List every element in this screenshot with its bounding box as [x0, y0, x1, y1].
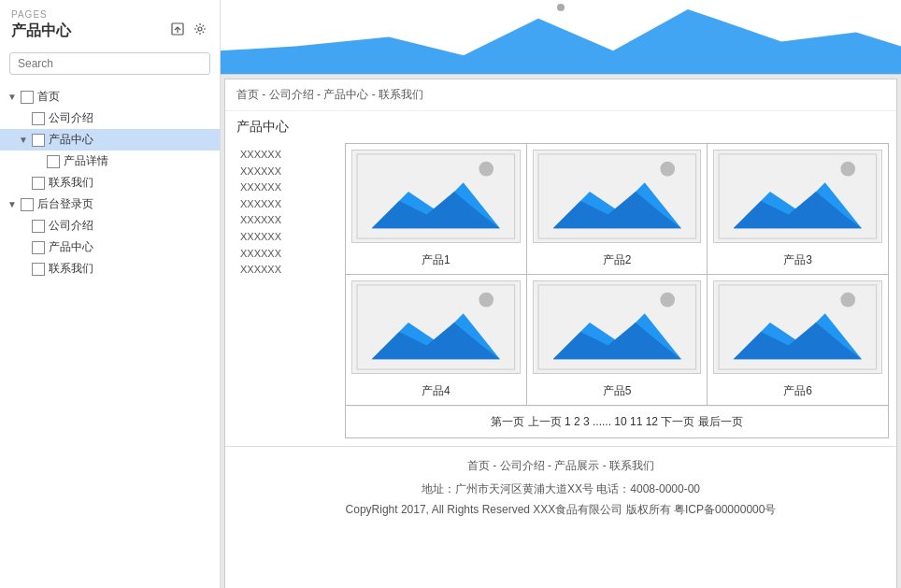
- desc-line: XXXXXX: [240, 179, 337, 196]
- sidebar-tree: ▼ 首页 公司介绍 ▼ 产品中心 产品详情 联系我们: [0, 82, 220, 588]
- desc-line: XXXXXX: [240, 262, 337, 279]
- page-content-area: 首页 - 公司介绍 - 产品中心 - 联系我们 产品中心 XXXXXX XXXX…: [221, 75, 901, 588]
- product-name-5: 产品5: [595, 380, 639, 405]
- product-grid: 产品1: [345, 143, 889, 438]
- sidebar-item-label: 联系我们: [49, 261, 93, 277]
- svg-point-13: [660, 162, 675, 177]
- product-cell-2[interactable]: 产品2: [527, 144, 708, 274]
- desc-line: XXXXXX: [240, 212, 337, 229]
- product-cell-3[interactable]: 产品3: [708, 144, 888, 274]
- page-icon: [32, 263, 45, 276]
- product-grid-area: XXXXXX XXXXXX XXXXXX XXXXXX XXXXXX XXXXX…: [225, 143, 896, 446]
- product-image-2: [533, 150, 702, 243]
- sidebar-item-label: 首页: [37, 89, 60, 105]
- breadcrumb: 首页 - 公司介绍 - 产品中心 - 联系我们: [225, 79, 896, 111]
- svg-point-18: [841, 162, 856, 177]
- page-icon: [47, 155, 60, 168]
- settings-button[interactable]: [192, 21, 208, 40]
- product-description: XXXXXX XXXXXX XXXXXX XXXXXX XXXXXX XXXXX…: [233, 143, 345, 438]
- desc-line: XXXXXX: [240, 147, 337, 164]
- product-row: 产品4: [346, 275, 888, 406]
- page-icon: [32, 220, 45, 233]
- address-line: 地址：广州市天河区黄浦大道XX号 电话：4008-0000-00: [236, 480, 885, 500]
- page-icon: [32, 177, 45, 190]
- desc-line: XXXXXX: [240, 196, 337, 213]
- sidebar-item-backend-contact[interactable]: 联系我们: [0, 258, 220, 280]
- sidebar-item-label: 公司介绍: [49, 218, 93, 234]
- svg-point-8: [479, 162, 493, 177]
- desc-line: XXXXXX: [240, 164, 337, 180]
- product-image-4: [351, 280, 521, 374]
- sidebar-item-backend-company[interactable]: 公司介绍: [0, 215, 220, 237]
- svg-point-5: [557, 4, 565, 11]
- sidebar-item-label: 后台登录页: [37, 196, 93, 212]
- desc-line: XXXXXX: [240, 229, 337, 246]
- sidebar-item-label: 产品中心: [49, 132, 93, 148]
- sidebar-title: 产品中心: [11, 22, 71, 41]
- product-image-1: [351, 150, 521, 243]
- site-footer: 首页 - 公司介绍 - 产品展示 - 联系我们 地址：广州市天河区黄浦大道XX号…: [225, 446, 896, 531]
- svg-point-28: [660, 293, 675, 308]
- arrow-icon: ▼: [7, 92, 19, 102]
- product-image-5: [533, 280, 702, 374]
- page-title: 产品中心: [225, 111, 896, 143]
- sidebar-item-label: 公司介绍: [49, 110, 93, 126]
- desc-line: XXXXXX: [240, 246, 337, 263]
- product-cell-5[interactable]: 产品5: [527, 275, 708, 405]
- footer-address: 地址：广州市天河区黄浦大道XX号 电话：4008-0000-00 CopyRig…: [236, 480, 885, 520]
- sidebar-item-label: 联系我们: [49, 175, 93, 191]
- page-icon: [32, 241, 45, 254]
- product-image-3: [713, 150, 882, 243]
- footer-nav: 首页 - 公司介绍 - 产品展示 - 联系我们: [236, 458, 885, 474]
- product-cell-4[interactable]: 产品4: [346, 275, 527, 405]
- product-name-2: 产品2: [595, 249, 639, 274]
- arrow-icon: ▼: [7, 199, 19, 209]
- sidebar-header: PAGES 产品中心: [0, 0, 220, 45]
- product-cell-1[interactable]: 产品1: [346, 144, 527, 274]
- export-button[interactable]: [169, 21, 186, 40]
- product-name-3: 产品3: [776, 249, 820, 274]
- copyright-line: CopyRight 2017, All Rights Reserved XXX食…: [236, 500, 885, 521]
- sidebar: PAGES 产品中心: [0, 0, 221, 588]
- sidebar-item-label: 产品中心: [49, 239, 93, 255]
- sidebar-item-backend-product[interactable]: 产品中心: [0, 237, 220, 258]
- product-cell-6[interactable]: 产品6: [708, 275, 888, 405]
- sidebar-item-product-center[interactable]: ▼ 产品中心: [0, 129, 220, 151]
- page-icon: [21, 198, 34, 211]
- page-icon: [21, 91, 34, 104]
- sidebar-item-home[interactable]: ▼ 首页: [0, 86, 220, 108]
- product-row: 产品1: [346, 144, 888, 275]
- pages-label: PAGES: [11, 9, 208, 20]
- banner-chart: [221, 0, 901, 75]
- search-input[interactable]: [9, 52, 210, 75]
- svg-point-33: [841, 293, 856, 308]
- svg-point-23: [479, 293, 493, 308]
- sidebar-item-company-intro[interactable]: 公司介绍: [0, 108, 220, 129]
- main-content: 首页 - 公司介绍 - 产品中心 - 联系我们 产品中心 XXXXXX XXXX…: [221, 0, 901, 588]
- product-name-1: 产品1: [414, 249, 458, 274]
- sidebar-item-contact[interactable]: 联系我们: [0, 172, 220, 194]
- page-icon: [32, 134, 45, 147]
- product-name-4: 产品4: [414, 380, 458, 405]
- sidebar-item-backend-login[interactable]: ▼ 后台登录页: [0, 194, 220, 215]
- svg-point-2: [198, 27, 202, 31]
- product-name-6: 产品6: [776, 380, 820, 405]
- product-image-6: [713, 280, 882, 374]
- content-frame: 首页 - 公司介绍 - 产品中心 - 联系我们 产品中心 XXXXXX XXXX…: [224, 79, 897, 588]
- sidebar-item-product-detail[interactable]: 产品详情: [0, 151, 220, 172]
- arrow-icon: ▼: [19, 135, 30, 145]
- pagination: 第一页 上一页 1 2 3 ...... 10 11 12 下一页 最后一页: [346, 406, 888, 437]
- page-icon: [32, 112, 45, 125]
- sidebar-item-label: 产品详情: [64, 153, 108, 169]
